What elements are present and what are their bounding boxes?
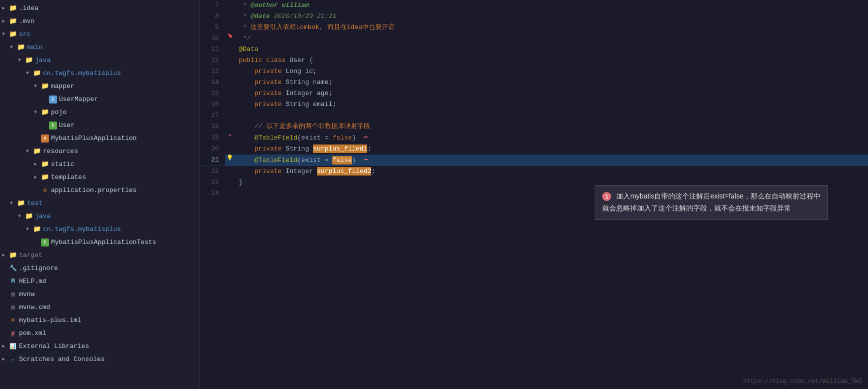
folder-icon-cn: 📁: [33, 70, 41, 78]
label-test-java: java: [35, 211, 50, 222]
tree-item-main[interactable]: 📁 main: [0, 41, 199, 54]
tree-item-resources[interactable]: 📁 resources: [0, 145, 199, 158]
tree-item-extlib[interactable]: 📊 External Libraries: [0, 340, 199, 353]
code-line-13: 13 private Long id;: [200, 66, 868, 77]
label-mapper: mapper: [51, 81, 74, 92]
gutter-21: 💡: [225, 154, 235, 161]
file-tree[interactable]: 📁 .idea 📁 .mvn 📁 src 📁 main 📁 java 📁 cn.…: [0, 0, 200, 389]
code-area[interactable]: 7 * @author william 8 * @date 2020/10/29…: [200, 0, 868, 389]
arrow-test-cn: [26, 224, 33, 235]
icon-help: M: [9, 278, 17, 286]
folder-icon-pojo: 📁: [41, 108, 49, 116]
line-content-13: private Long id;: [235, 66, 868, 77]
java-icon-mybatisapp: A: [41, 134, 49, 142]
line-content-14: private String name;: [235, 77, 868, 88]
tree-item-cn[interactable]: 📁 cn.twgfs.mybatisplus: [0, 67, 199, 80]
tree-item-static[interactable]: 📁 static: [0, 158, 199, 171]
label-mybatisiml: mybatis-plus.iml: [19, 315, 81, 326]
tree-item-test-cn[interactable]: 📁 cn.twgfs.mybatisplus: [0, 223, 199, 236]
arrow-idea: [2, 3, 9, 14]
folder-icon-src: 📁: [9, 30, 17, 38]
tree-item-idea[interactable]: 📁 .idea: [0, 2, 199, 15]
tree-item-java-main[interactable]: 📁 java: [0, 54, 199, 67]
label-main: main: [27, 42, 42, 53]
tree-item-pomxml[interactable]: p pom.xml: [0, 327, 199, 340]
arrow-cn: [26, 68, 33, 79]
label-mvnwcmd: mvnw.cmd: [19, 302, 50, 313]
line-num-13: 13: [200, 66, 225, 77]
arrow-target: [2, 250, 9, 261]
tree-item-pojo[interactable]: 📁 pojo: [0, 106, 199, 119]
arrow-mapper: [34, 81, 41, 92]
line-content-11: @Data: [235, 44, 868, 55]
folder-icon-test: 📁: [17, 200, 25, 208]
tree-item-mapper[interactable]: 📁 mapper: [0, 80, 199, 93]
tree-item-templates[interactable]: 📁 templates: [0, 171, 199, 184]
tooltip-box: 1 加入mybatis自带的这个注解后exist=false，那么在自动映射过程…: [595, 185, 828, 220]
icon-mvnw: ▤: [9, 290, 17, 298]
tree-item-mvnw[interactable]: ▤ mvnw: [0, 288, 199, 301]
tree-item-target[interactable]: 📁 target: [0, 249, 199, 262]
line-content-18: // 以下是多余的两个非数据库映射字段: [235, 121, 868, 132]
label-appprops: application.properties: [51, 185, 137, 196]
tree-item-scratches[interactable]: ✏ Scratches and Consoles: [0, 353, 199, 366]
line-num-7: 7: [200, 0, 225, 11]
code-line-7: 7 * @author william: [200, 0, 868, 11]
tree-item-gitignore[interactable]: 🔧 .gitignore: [0, 262, 199, 275]
label-idea: .idea: [19, 3, 38, 14]
arrow-scratches: [2, 354, 9, 365]
tree-item-src[interactable]: 📁 src: [0, 28, 199, 41]
tree-item-user[interactable]: C User: [0, 119, 199, 132]
code-line-21: 21 💡 @TableField(exist = false) ⬅: [200, 154, 868, 166]
tree-item-help[interactable]: M HELP.md: [0, 275, 199, 288]
footer-url: https://blog.csdn.net/William_TWG: [743, 378, 862, 385]
bulb-icon-21: 💡: [226, 154, 233, 161]
folder-icon-mvn: 📁: [9, 18, 17, 26]
line-num-9: 9: [200, 22, 225, 33]
tooltip-text: 加入mybatis自带的这个注解后exist=false，那么在自动映射过程中就…: [602, 192, 821, 212]
arrow-test-java: [18, 211, 25, 222]
tree-item-mybatisiml[interactable]: m mybatis-plus.iml: [0, 314, 199, 327]
label-java-main: java: [35, 55, 50, 66]
line-content-21: @TableField(exist = false) ⬅: [235, 154, 868, 166]
footer: https://blog.csdn.net/William_TWG: [743, 378, 862, 385]
label-gitignore: .gitignore: [19, 263, 58, 274]
tree-item-test[interactable]: 📁 test: [0, 197, 199, 210]
tree-item-appprops[interactable]: ⚙ application.properties: [0, 184, 199, 197]
label-templates: templates: [51, 172, 86, 183]
line-content-12: public class User {: [235, 55, 868, 66]
bookmark-icon-10: 🔖: [227, 33, 233, 38]
line-content-8: * @date 2020/10/29 21:21: [235, 11, 868, 22]
label-mybatisapp: MybatisPlusApplication: [51, 133, 137, 144]
folder-icon-templates: 📁: [41, 174, 49, 182]
label-usermapper: UserMapper: [59, 94, 98, 105]
folder-icon-resources: 📁: [33, 148, 41, 156]
tree-item-mvnwcmd[interactable]: ▤ mvnw.cmd: [0, 301, 199, 314]
line-content-10: */: [235, 33, 868, 44]
label-testclass: MybatisPlusApplicationTests: [51, 237, 156, 248]
line-num-23: 23: [200, 177, 225, 188]
code-line-14: 14 private String name;: [200, 77, 868, 88]
line-num-14: 14: [200, 77, 225, 88]
code-line-20: 20 private String surplus_filed1;: [200, 144, 868, 154]
line-content-9: * 这里要引入依赖Lombok, 而且在idea中也要开启: [235, 22, 868, 33]
label-mvnw: mvnw: [19, 289, 34, 300]
code-line-9: 9 * 这里要引入依赖Lombok, 而且在idea中也要开启: [200, 22, 868, 33]
label-pojo: pojo: [51, 107, 66, 118]
label-cn: cn.twgfs.mybatisplus: [43, 68, 121, 79]
folder-icon-static: 📁: [41, 160, 49, 168]
label-help: HELP.md: [19, 276, 46, 287]
code-line-10: 10 🔖 */: [200, 33, 868, 44]
java-icon-testclass: C: [41, 238, 49, 246]
tree-item-test-java[interactable]: 📁 java: [0, 210, 199, 223]
code-line-8: 8 * @date 2020/10/29 21:21: [200, 11, 868, 22]
icon-scratches: ✏: [9, 356, 17, 364]
tree-item-mybatisapp[interactable]: A MybatisPlusApplication: [0, 132, 199, 145]
line-num-19: 19: [200, 132, 225, 143]
line-num-17: 17: [200, 110, 225, 121]
tree-item-testclass[interactable]: C MybatisPlusApplicationTests: [0, 236, 199, 249]
line-num-18: 18: [200, 121, 225, 132]
label-test: test: [27, 198, 42, 209]
tree-item-mvn[interactable]: 📁 .mvn: [0, 15, 199, 28]
tree-item-usermapper[interactable]: I UserMapper: [0, 93, 199, 106]
